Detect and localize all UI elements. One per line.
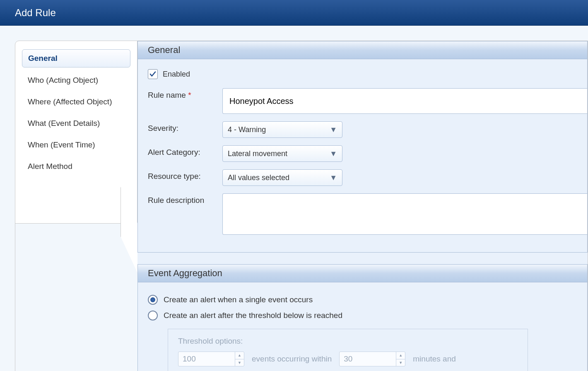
rule-description-input[interactable] — [222, 193, 587, 235]
chevron-down-icon: ▼ — [330, 149, 337, 158]
resource-type-row: Resource type: All values selected ▼ — [148, 169, 587, 186]
rule-name-row: Rule name * — [148, 88, 587, 114]
threshold-text-end: minutes and — [413, 354, 456, 364]
resource-type-select[interactable]: All values selected ▼ — [222, 169, 342, 186]
alert-category-row: Alert Category: Lateral movement ▼ — [148, 145, 587, 162]
aggregation-option-threshold-row: Create an alert after the threshold belo… — [148, 311, 587, 320]
main-panel: General Enabled Rule name * Severity: — [137, 41, 588, 371]
rule-name-label: Rule name * — [148, 88, 222, 100]
severity-value: 4 - Warning — [228, 125, 266, 134]
window-title: Add Rule — [15, 7, 56, 19]
alert-category-select[interactable]: Lateral movement ▼ — [222, 145, 342, 162]
threshold-inline: 100 ▲ ▼ events occurring within 30 ▲ ▼ — [178, 352, 518, 366]
resource-type-value: All values selected — [228, 173, 289, 182]
threshold-count-value: 100 — [178, 352, 235, 366]
severity-row: Severity: 4 - Warning ▼ — [148, 121, 587, 138]
checkmark-icon — [149, 70, 157, 78]
section-title: Event Aggregation — [148, 268, 222, 278]
section-body-aggregation: Create an alert when a single event occu… — [138, 282, 587, 371]
threshold-count-spinner[interactable]: 100 ▲ ▼ — [178, 352, 244, 366]
main-container: General Who (Acting Object) Where (Affec… — [15, 41, 588, 371]
alert-category-value: Lateral movement — [228, 149, 287, 158]
tab-alert-method[interactable]: Alert Method — [22, 158, 130, 175]
spinner-arrows: ▲ ▼ — [396, 352, 405, 366]
chevron-down-icon: ▼ — [330, 125, 337, 134]
section-event-aggregation: Event Aggregation Create an alert when a… — [137, 264, 588, 371]
tab-label: General — [28, 54, 58, 63]
radio-threshold-label: Create an alert after the threshold belo… — [164, 311, 342, 320]
threshold-minutes-spinner[interactable]: 30 ▲ ▼ — [339, 352, 405, 366]
section-title: General — [148, 45, 180, 55]
resource-type-label: Resource type: — [148, 169, 222, 181]
chevron-up-icon[interactable]: ▲ — [396, 352, 405, 359]
chevron-down-icon: ▼ — [330, 173, 337, 182]
sidebar: General Who (Acting Object) Where (Affec… — [15, 41, 137, 371]
enabled-row: Enabled — [148, 69, 587, 79]
tab-label: Who (Acting Object) — [28, 76, 98, 84]
chevron-up-icon[interactable]: ▲ — [235, 352, 244, 359]
radio-threshold[interactable] — [148, 311, 158, 320]
section-header-general: General — [138, 41, 587, 59]
titlebar: Add Rule — [0, 0, 588, 26]
sidebar-decorative-cut — [15, 223, 137, 371]
aggregation-option-single-row: Create an alert when a single event occu… — [148, 295, 587, 305]
threshold-text-mid: events occurring within — [252, 354, 332, 364]
section-body-general: Enabled Rule name * Severity: 4 - Warnin… — [138, 59, 587, 252]
tab-who[interactable]: Who (Acting Object) — [22, 72, 130, 89]
spinner-arrows: ▲ ▼ — [235, 352, 244, 366]
tab-when[interactable]: When (Event Time) — [22, 136, 130, 154]
tab-label: When (Event Time) — [28, 140, 95, 149]
chevron-down-icon[interactable]: ▼ — [396, 359, 405, 366]
radio-single-event[interactable] — [148, 295, 158, 305]
severity-label: Severity: — [148, 121, 222, 133]
enabled-checkbox[interactable] — [148, 69, 158, 79]
enabled-label: Enabled — [163, 70, 190, 79]
required-indicator: * — [188, 91, 191, 99]
tab-label: Alert Method — [28, 162, 72, 171]
tab-what[interactable]: What (Event Details) — [22, 115, 130, 132]
threshold-options-box: Threshold options: 100 ▲ ▼ events occurr… — [168, 329, 528, 371]
tab-general[interactable]: General — [22, 49, 130, 67]
rule-description-label: Rule description — [148, 193, 222, 205]
tab-label: What (Event Details) — [28, 119, 100, 128]
tab-label: Where (Affected Object) — [28, 97, 112, 106]
rule-description-row: Rule description — [148, 193, 587, 235]
radio-single-label: Create an alert when a single event occu… — [164, 295, 313, 304]
severity-select[interactable]: 4 - Warning ▼ — [222, 121, 342, 138]
section-header-aggregation: Event Aggregation — [138, 265, 587, 282]
section-general: General Enabled Rule name * Severity: — [137, 41, 588, 253]
rule-name-input[interactable] — [222, 88, 587, 114]
threshold-minutes-value: 30 — [340, 352, 396, 366]
chevron-down-icon[interactable]: ▼ — [235, 359, 244, 366]
threshold-options-label: Threshold options: — [178, 337, 518, 346]
tab-where[interactable]: Where (Affected Object) — [22, 93, 130, 111]
alert-category-label: Alert Category: — [148, 145, 222, 157]
